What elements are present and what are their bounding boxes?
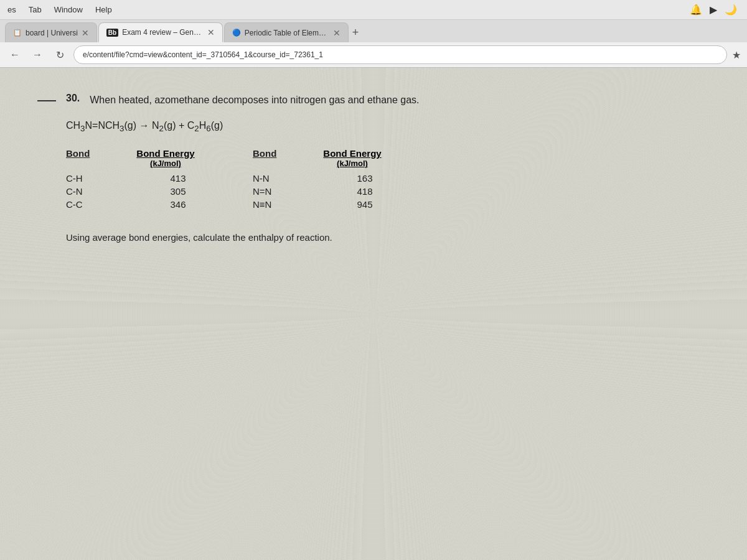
right-energy-1: 163 — [327, 173, 402, 184]
tab-bar: 📋 board | Universi ✕ Bb Exam 4 review – … — [0, 20, 747, 42]
right-bond-1: N-N — [253, 173, 303, 184]
left-energy-2: 305 — [141, 186, 215, 197]
right-bond-table: Bond Bond Energy (kJ/mol) N-N 163 N=N 41… — [253, 148, 402, 212]
left-energy-1: 413 — [141, 173, 215, 184]
browser-icons: ★ — [732, 49, 741, 61]
right-energy-2: 418 — [327, 186, 402, 197]
left-unit-label: (kJ/mol) — [150, 159, 181, 168]
browser-controls: ← → ↻ ★ — [0, 42, 747, 67]
tab-board-close[interactable]: ✕ — [82, 28, 89, 38]
left-row-1: C-H 413 — [66, 173, 215, 184]
notification-icon[interactable]: 🔔 — [690, 4, 702, 16]
left-bond-3: C-C — [66, 199, 116, 210]
menu-item-es[interactable]: es — [7, 5, 16, 14]
menu-item-window[interactable]: Window — [54, 5, 83, 14]
right-energy-3: 945 — [327, 199, 402, 210]
right-bond-2: N=N — [253, 186, 303, 197]
new-tab-button[interactable]: + — [352, 26, 359, 39]
moon-icon[interactable]: 🌙 — [725, 4, 737, 16]
left-row-2: C-N 305 — [66, 186, 215, 197]
left-energy-header: Bond Energy (kJ/mol) — [128, 148, 203, 168]
tab-exam[interactable]: Bb Exam 4 review – General Chem ✕ — [98, 22, 223, 42]
left-bond-1: C-H — [66, 173, 116, 184]
footer-instruction: Using average bond energies, calculate t… — [66, 232, 710, 243]
question-number: 30. — [66, 93, 80, 104]
tab-board[interactable]: 📋 board | Universi ✕ — [5, 22, 97, 42]
right-unit-label: (kJ/mol) — [337, 159, 368, 168]
question-text: When heated, azomethane decomposes into … — [90, 93, 419, 108]
right-row-1: N-N 163 — [253, 173, 402, 184]
right-energy-label: Bond Energy — [323, 148, 381, 159]
forward-button[interactable]: → — [29, 46, 46, 63]
left-header-row: Bond Bond Energy (kJ/mol) — [66, 148, 215, 168]
tab-periodic[interactable]: 🔵 Periodic Table of Elements - P ✕ — [224, 22, 349, 42]
left-bond-2: C-N — [66, 186, 116, 197]
menu-item-help[interactable]: Help — [95, 5, 112, 14]
bond-energy-table: Bond Bond Energy (kJ/mol) C-H 413 C-N 30… — [66, 148, 710, 212]
right-bond-3: N≡N — [253, 199, 303, 210]
question-line-decoration — [37, 100, 56, 101]
left-energy-3: 346 — [141, 199, 215, 210]
address-bar[interactable] — [73, 45, 727, 64]
reload-button[interactable]: ↻ — [51, 46, 68, 63]
left-bond-header: Bond — [66, 148, 103, 168]
board-favicon: 📋 — [13, 29, 22, 37]
title-bar: es Tab Window Help 🔔 ▶ 🌙 — [0, 0, 747, 20]
bb-favicon: Bb — [106, 29, 118, 37]
tab-periodic-label: Periodic Table of Elements - P — [245, 29, 329, 37]
left-row-3: C-C 346 — [66, 199, 215, 210]
top-right-controls: 🔔 ▶ 🌙 — [690, 4, 737, 16]
tab-board-label: board | Universi — [26, 29, 78, 37]
right-energy-header: Bond Energy (kJ/mol) — [315, 148, 390, 168]
right-header-row: Bond Bond Energy (kJ/mol) — [253, 148, 402, 168]
left-bond-table: Bond Bond Energy (kJ/mol) C-H 413 C-N 30… — [66, 148, 215, 212]
chemical-equation: CH3N=NCH3(g) → N2(g) + C2H6(g) — [66, 120, 710, 133]
right-row-2: N=N 418 — [253, 186, 402, 197]
back-button[interactable]: ← — [6, 46, 24, 63]
tab-periodic-close[interactable]: ✕ — [333, 28, 341, 38]
tab-exam-close[interactable]: ✕ — [207, 27, 215, 37]
right-bond-header: Bond — [253, 148, 290, 168]
question-row: 30. When heated, azomethane decomposes i… — [37, 93, 710, 108]
page-content: 30. When heated, azomethane decomposes i… — [0, 68, 747, 560]
tab-exam-label: Exam 4 review – General Chem — [122, 28, 204, 37]
periodic-favicon: 🔵 — [232, 29, 241, 37]
menu-item-tab[interactable]: Tab — [29, 5, 42, 14]
browser-chrome: 📋 board | Universi ✕ Bb Exam 4 review – … — [0, 20, 747, 68]
bookmark-icon[interactable]: ★ — [732, 49, 741, 61]
play-icon[interactable]: ▶ — [710, 4, 717, 16]
left-energy-label: Bond Energy — [136, 148, 194, 159]
right-row-3: N≡N 945 — [253, 199, 402, 210]
